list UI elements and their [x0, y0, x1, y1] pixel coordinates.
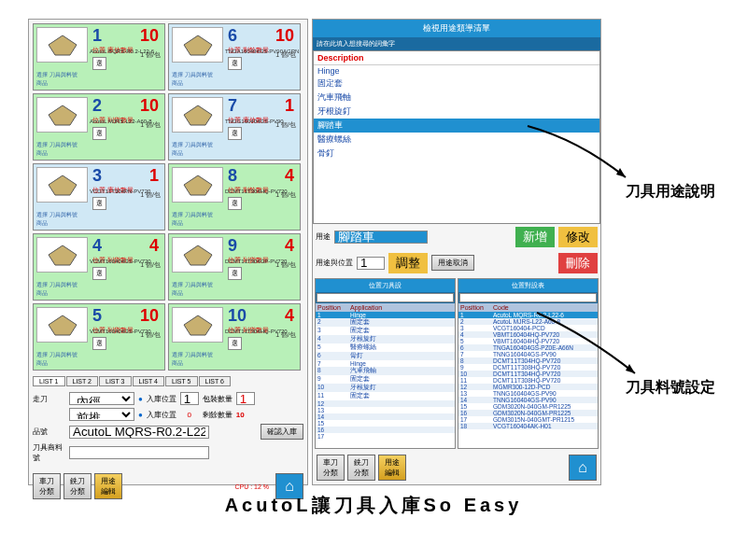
svg-marker-4 — [49, 175, 77, 195]
table-row[interactable]: 14TNNG160404GS-PV90 — [458, 397, 598, 403]
anno-code: 刀具料號設定 — [626, 378, 715, 398]
table-row[interactable]: 3VCGT160404-PCD — [458, 325, 598, 331]
tool-card[interactable]: 6位置 剩餘數量選 10選擇 刀具與料號 商品TNGA160404GS-PV90… — [168, 23, 301, 91]
pack-input[interactable] — [236, 392, 255, 405]
table-row[interactable]: 9DCMT11T308HQ-PV720 — [458, 364, 598, 371]
usage-item[interactable]: 汽車飛軸 — [314, 91, 599, 105]
tool-card[interactable]: 2位置 到貨數量選 10選擇 刀具與料號 商品AcutoL MJRS-L22-A… — [33, 93, 165, 161]
usage-item[interactable]: 腳踏車 — [314, 119, 599, 133]
table-row[interactable]: 2AcutoL MJRS-L22-A60-8 — [458, 318, 598, 325]
table-row[interactable]: 17GDM3015N-040GMT-PR1215 — [458, 416, 598, 423]
usage-item[interactable]: 骨釘 — [314, 147, 599, 161]
table-row[interactable]: 10牙根旋釘 — [316, 384, 455, 392]
list-tab[interactable]: LIST 3 — [99, 376, 132, 386]
table-row[interactable]: 15GDM3020N-040GM-PR1225 — [458, 403, 598, 410]
right-panel: 檢視用途類導清單 請在此填入想搜尋的詞彙字 Description Hinge固… — [312, 19, 601, 485]
table-row[interactable]: 12 — [316, 400, 455, 407]
tool-card[interactable]: 5位置 到貨數量選 10選擇 刀具與料號 商品VCMT160404GS-PV72… — [33, 303, 165, 371]
table-row[interactable]: 11固定套 — [316, 392, 455, 400]
svg-marker-2 — [49, 105, 77, 125]
home-icon: ⌂ — [578, 459, 587, 476]
code-input[interactable] — [69, 426, 209, 439]
table-row[interactable]: 8DCMT11T304HQ-PV720 — [458, 357, 598, 364]
usage-input[interactable] — [334, 231, 428, 244]
home-btn-r[interactable]: ⌂ — [569, 455, 597, 481]
table-row[interactable]: 7TNNG160404GS-PV90 — [458, 351, 598, 357]
tool-card[interactable]: 4位置 到貨數量選 4選擇 刀具與料號 商品VCMT160404GS-PV720… — [33, 233, 165, 301]
table-row[interactable]: 6TNGA160404GS-PZ0E-A66N — [458, 344, 598, 351]
svg-marker-3 — [184, 105, 212, 125]
svg-marker-6 — [49, 245, 77, 265]
table-row[interactable]: 11DCMT11T308HQ-PV720 — [458, 377, 598, 384]
confirm-btn[interactable]: 確認入庫 — [261, 424, 303, 440]
table-row[interactable]: 16GDM3020N-040GM-PR1225 — [458, 410, 598, 416]
table-row[interactable]: 13TNNG160404GS-PV90 — [458, 390, 598, 397]
table-row[interactable]: 2固定套 — [316, 318, 455, 327]
anno-usage: 刀具用途說明 — [626, 182, 715, 202]
cancel-usage-btn[interactable]: 用途取消 — [431, 255, 474, 271]
tool-lbl: 走刀 — [33, 394, 65, 404]
btn-usage-edit[interactable]: 用途 編輯 — [94, 473, 122, 499]
vendor-input[interactable] — [69, 446, 209, 459]
tool-card[interactable]: 8位置 剩餘數量選 4選擇 刀具與料號 商品DCMT11T304HQ-PV720… — [168, 163, 301, 231]
tool-card[interactable]: 1位置 庫放數量選 10選擇 刀具與料號 商品AcutoL BQRS-R0.2-… — [33, 23, 165, 91]
del-btn[interactable]: 刪除 — [558, 253, 598, 273]
table-row[interactable]: 8汽車飛軸 — [316, 367, 455, 375]
table-pos-app[interactable]: 位置刀具設 PositionApplication 1Hinge2固定套3固定套… — [315, 278, 456, 450]
table-row[interactable]: 15 — [316, 420, 455, 427]
table-row[interactable]: 3固定套 — [316, 327, 455, 335]
table-row[interactable]: 1AcutoL MQRS-R0.2-L22-6 — [458, 312, 598, 318]
list-tab[interactable]: LIST 5 — [165, 376, 198, 386]
list-tab[interactable]: LIST 2 — [66, 376, 99, 386]
tool-combo[interactable]: 內徑 — [69, 392, 134, 405]
btn-r1[interactable]: 車刀 分類 — [317, 455, 345, 481]
svg-marker-8 — [49, 315, 77, 335]
list-tab[interactable]: LIST 6 — [199, 376, 232, 386]
adjust-btn[interactable]: 調整 — [388, 253, 428, 273]
table-row[interactable]: 7Hinge — [316, 360, 455, 367]
pos-input[interactable] — [357, 257, 385, 270]
table-row[interactable]: 4牙根旋釘 — [316, 335, 455, 343]
usage-item[interactable]: 醫療螺絲 — [314, 133, 599, 147]
table-row[interactable]: 6骨釘 — [316, 352, 455, 360]
btn-r2[interactable]: 銑刀 分類 — [347, 455, 375, 481]
mod-btn[interactable]: 修改 — [558, 227, 598, 247]
tool-card[interactable]: 7位置 庫放數量選 1選擇 刀具與料號 商品TNGG160404GS-PV901… — [168, 93, 301, 161]
table-row[interactable]: 5VBMT160404HQ-PV720 — [458, 338, 598, 344]
table-row[interactable]: 12MGMR300-12D-PCD — [458, 384, 598, 390]
svg-marker-7 — [184, 245, 212, 265]
btn-type2[interactable]: 銑刀 分類 — [63, 473, 92, 499]
list-tab[interactable]: LIST 4 — [133, 376, 165, 386]
svg-marker-5 — [184, 175, 212, 195]
svg-marker-0 — [49, 35, 77, 55]
table-row[interactable]: 5醫療螺絲 — [316, 343, 455, 352]
btn-r3[interactable]: 用途 編輯 — [378, 455, 406, 481]
usage-list[interactable]: Description Hinge固定套汽車飛軸牙根旋釘腳踏車醫療螺絲骨釘 — [313, 50, 600, 224]
list-tab[interactable]: LIST 1 — [33, 376, 65, 386]
usage-item[interactable]: Hinge — [314, 65, 599, 77]
table-row[interactable]: 17 — [316, 433, 455, 440]
tool-card[interactable]: 10位置 到貨數量選 4選擇 刀具與料號 商品DCMT11T304HQ-PV72… — [168, 303, 301, 371]
tool-card[interactable]: 3位置 庫放數量選 1選擇 刀具與料號 商品VCGT11T304PN-PV720… — [33, 163, 165, 231]
table-pos-code[interactable]: 位置對設表 PositionCode 1AcutoL MQRS-R0.2-L22… — [458, 278, 599, 450]
table-row[interactable]: 1Hinge — [316, 312, 455, 318]
search-hint: 請在此填入想搜尋的詞彙字 — [313, 37, 600, 50]
usage-item[interactable]: 固定套 — [314, 77, 599, 91]
table-row[interactable]: 10DCMT11T304HQ-PV720 — [458, 371, 598, 377]
table-row[interactable]: 9固定套 — [316, 375, 455, 384]
table-row[interactable]: 14 — [316, 413, 455, 420]
usage-item[interactable]: 牙根旋釘 — [314, 105, 599, 119]
btn-type1[interactable]: 車刀 分類 — [33, 473, 61, 499]
table-row[interactable]: 13 — [316, 407, 455, 413]
tool2-combo[interactable]: 前推 — [69, 408, 134, 421]
tool-card[interactable]: 9位置 到貨數量選 4選擇 刀具與料號 商品DCMT11T304GP-PV720… — [168, 233, 301, 301]
table-row[interactable]: 4VBMT160404HQ-PV720 — [458, 331, 598, 338]
left-panel: 1位置 庫放數量選 10選擇 刀具與料號 商品AcutoL BQRS-R0.2-… — [28, 19, 308, 485]
cpu-label: CPU : 12 % — [234, 483, 269, 490]
table-row[interactable]: 18VCGT160404AK-H01 — [458, 423, 598, 429]
svg-marker-9 — [184, 315, 212, 335]
svg-marker-1 — [184, 35, 212, 55]
new-btn[interactable]: 新增 — [515, 227, 555, 247]
loc-input[interactable] — [180, 392, 199, 405]
table-row[interactable]: 16 — [316, 427, 455, 433]
